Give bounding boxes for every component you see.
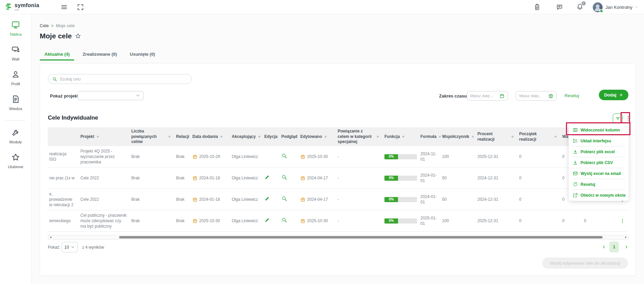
preview-magnifier-icon[interactable] [281, 196, 287, 201]
menu-item-5[interactable]: Resetuj [569, 179, 629, 190]
sidebar-item-profil[interactable]: Profil [11, 70, 20, 86]
calendar-icon[interactable] [499, 93, 505, 99]
menu-item-6[interactable]: Otwórz w nowym oknie [569, 190, 629, 200]
cell-project: Cel publiczny - pracownik może zdecydowa… [79, 211, 130, 231]
user-name[interactable]: Jan Kontrolny [606, 5, 633, 10]
edit-pencil-icon[interactable] [264, 174, 270, 180]
scrollbar-track[interactable] [53, 235, 623, 239]
sort-icon[interactable] [220, 135, 224, 139]
menu-item-2[interactable]: Pobierz plik excel [569, 146, 629, 157]
sort-icon[interactable] [168, 135, 172, 139]
pagination-prev[interactable] [601, 242, 607, 252]
search-input[interactable] [60, 77, 187, 82]
cell-preview [280, 172, 299, 183]
pagination-next[interactable] [623, 242, 630, 252]
page-size-select[interactable]: 10 [62, 242, 78, 252]
column-header-11[interactable]: Formuła [419, 134, 441, 140]
project-select[interactable] [78, 91, 144, 100]
reset-dates-link[interactable]: Resetuj [565, 93, 579, 98]
pagination-page-1[interactable]: 1 [609, 242, 619, 252]
sidebar-item-label: Profil [11, 82, 20, 86]
tab-1[interactable]: Zrealizowane (0) [78, 50, 121, 60]
brand-name: symfonia [15, 3, 39, 8]
preview-magnifier-icon[interactable] [281, 217, 287, 223]
time-range-label: Zakres czasu [439, 93, 467, 99]
date-from-input[interactable] [470, 94, 498, 98]
user-menu-chevron-icon[interactable] [634, 5, 639, 9]
sort-icon[interactable] [554, 135, 558, 139]
tasks-icon[interactable] [534, 4, 541, 11]
goals-card: Pokaż projekt Zakres czasu Resetuj Dodaj… [40, 63, 636, 276]
preview-magnifier-icon[interactable] [281, 174, 287, 180]
menu-item-1[interactable]: Układ interfejsu [569, 136, 629, 146]
sort-icon[interactable] [401, 135, 406, 139]
brand-sub: HR [15, 9, 39, 12]
sidebar-item-wiedza[interactable]: Wiedza [9, 95, 22, 111]
menu-item-0[interactable]: Widoczność kolumn [569, 125, 629, 135]
edit-pencil-icon[interactable] [264, 217, 270, 223]
sort-icon[interactable] [96, 135, 100, 139]
column-header-12[interactable]: Współczynnik [441, 134, 476, 140]
scrollbar-thumb[interactable] [119, 236, 603, 238]
calendar-icon [192, 176, 197, 181]
menu-item-4[interactable]: Wyślij excel na email [569, 168, 629, 179]
column-header-1[interactable]: Projekt [79, 134, 130, 140]
app-logo[interactable]: symfonia HR [5, 3, 39, 12]
table-filter-button[interactable] [613, 113, 623, 123]
cell-formula: 2024-01-01 [419, 192, 441, 207]
calendar-icon [300, 197, 305, 202]
column-header-8[interactable]: Edytowano [299, 134, 336, 140]
column-header-5[interactable]: Akceptujący [230, 134, 263, 140]
cell-preview [280, 194, 299, 205]
cell-linked-goals: Brak [130, 195, 175, 204]
edit-pencil-icon[interactable] [264, 196, 270, 201]
cell-formula: 2025-01-01 [419, 213, 441, 228]
sidebar-item-moduły[interactable]: Moduły [9, 128, 22, 144]
notification-badge: 0 [581, 1, 586, 6]
progress-bar: 0% [384, 197, 417, 202]
column-header-label: Data dodania [192, 134, 218, 140]
notifications-button[interactable]: 0 [576, 3, 583, 11]
favorite-star-icon[interactable] [75, 33, 81, 39]
breadcrumb-item-cele[interactable]: Cele [40, 23, 49, 28]
sort-icon[interactable] [511, 135, 515, 139]
preview-magnifier-icon[interactable] [281, 153, 287, 159]
column-header-13[interactable]: Procent realizacji [476, 131, 518, 142]
sidebar-item-wall[interactable]: Wall [11, 45, 20, 61]
hamburger-menu-icon[interactable] [60, 3, 68, 11]
search-box [48, 74, 192, 84]
column-header-10[interactable]: Funkcja [383, 134, 419, 140]
send-goals-button[interactable]: Wyślij edytowane cele do akceptacji [542, 258, 628, 269]
external-icon [573, 193, 578, 198]
tab-2[interactable]: Usunięte (0) [125, 50, 160, 60]
date-to-input[interactable] [519, 94, 547, 98]
cell-start-value: 0 [518, 216, 561, 226]
cell-approver: Olga Liniewicz [230, 173, 263, 183]
sort-icon[interactable] [324, 135, 328, 139]
menu-item-3[interactable]: Pobierz plik CSV [569, 157, 629, 168]
sidebar-item-ulubione[interactable]: Ulubione [8, 153, 23, 169]
cell-value2: 0 [561, 216, 583, 226]
table-options-button[interactable] [625, 113, 631, 123]
scroll-left-arrow[interactable] [48, 235, 53, 239]
menu-item-label: Resetuj [581, 182, 595, 187]
sort-icon[interactable] [258, 135, 262, 139]
calendar-clear-icon[interactable] [548, 93, 553, 99]
fullscreen-icon[interactable] [77, 3, 84, 11]
column-header-4[interactable]: Data dodania [191, 134, 230, 140]
sort-icon[interactable] [471, 135, 475, 139]
messages-icon[interactable] [556, 4, 563, 11]
column-header-14[interactable]: Początek realizacji [518, 131, 561, 142]
show-project-label: Pokaż projekt [50, 93, 79, 99]
column-header-2[interactable]: Liczba powiązanych celów [130, 129, 175, 145]
symfonia-logo-icon [5, 3, 12, 11]
scroll-right-arrow[interactable] [623, 235, 628, 239]
sidebar-item-tablica[interactable]: Tablica [10, 20, 22, 36]
column-header-9[interactable]: Powiązanie z celem w kategorii specjalne… [336, 129, 383, 145]
tab-0[interactable]: Aktualne (4) [40, 50, 74, 60]
add-goal-button[interactable]: Dodaj [599, 90, 628, 100]
row-kebab-icon[interactable] [620, 218, 625, 224]
sort-icon[interactable] [376, 135, 380, 139]
avatar[interactable] [593, 2, 603, 12]
cell-date: 2024-01-18 [191, 173, 230, 183]
